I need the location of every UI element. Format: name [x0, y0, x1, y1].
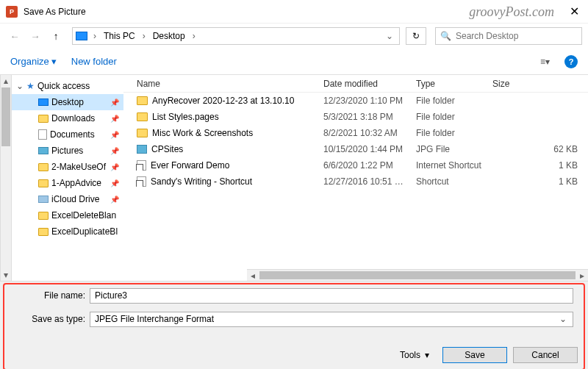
tree-item-label: Desktop [51, 97, 84, 107]
forward-button[interactable]: → [26, 27, 44, 45]
pin-icon: 📌 [110, 98, 119, 107]
save-as-type-select[interactable]: JPEG File Interchange Format ⌄ [90, 312, 573, 327]
tree-item-label: Pictures [51, 146, 83, 156]
folder-icon [137, 129, 148, 137]
chevron-right-icon: › [90, 31, 99, 41]
breadcrumb-folder[interactable]: Desktop [151, 31, 187, 41]
tree-item[interactable]: Desktop📌 [12, 94, 123, 110]
close-icon[interactable]: ✕ [570, 4, 579, 18]
new-folder-button[interactable]: New folder [71, 56, 117, 67]
file-modified: 8/2/2021 10:32 AM [323, 128, 416, 138]
pin-icon: 📌 [110, 196, 119, 204]
tree-item[interactable]: ExcelDeleteBlan [12, 207, 123, 223]
column-name[interactable]: Name [123, 79, 323, 89]
file-name: CPSites [151, 144, 183, 154]
tree-item[interactable]: Documents📌 [12, 126, 123, 143]
folder-icon [38, 179, 49, 187]
tree-item[interactable]: iCloud Drive📌 [12, 191, 123, 207]
monitor-icon [76, 32, 87, 40]
pin-icon: 📌 [110, 131, 119, 139]
tools-menu[interactable]: Tools▾ [400, 350, 429, 360]
save-as-type-value: JPEG File Interchange Format [95, 314, 214, 324]
chevron-down-icon: ⌄ [559, 314, 567, 324]
navigation-tree: ⌄★Quick accessDesktop📌Downloads📌Document… [12, 75, 123, 281]
pin-icon: 📌 [110, 115, 119, 123]
chevron-down-icon[interactable]: ⌄ [383, 31, 396, 41]
help-icon[interactable]: ? [564, 55, 578, 68]
address-bar[interactable]: › This PC › Desktop › ⌄ [72, 27, 400, 45]
tree-item[interactable]: ExcelDuplicateBl [12, 223, 123, 240]
shortcut-icon [137, 176, 146, 187]
tree-item-label: Quick access [37, 81, 90, 91]
file-modified: 12/27/2016 10:51 … [323, 176, 416, 187]
file-row[interactable]: Ever Forward Demo6/6/2020 1:22 PMInterne… [123, 157, 588, 173]
file-row[interactable]: Misc Work & Screenshots8/2/2021 10:32 AM… [123, 125, 588, 141]
tree-scrollbar[interactable]: ▴ ▾ [0, 75, 12, 281]
file-type: Shortcut [416, 176, 492, 187]
file-type: File folder [416, 128, 492, 138]
view-options-button[interactable]: ≡▾ [540, 57, 550, 67]
chevron-right-icon: › [140, 31, 148, 41]
file-type: File folder [416, 112, 492, 122]
file-name: Sandy's Writing - Shortcut [151, 176, 252, 187]
folder-icon [38, 212, 49, 220]
file-type: File folder [416, 96, 492, 106]
tree-item-label: 2-MakeUseOf [51, 162, 106, 172]
file-modified: 12/23/2020 1:10 PM [323, 96, 416, 106]
file-size: 1 KB [492, 176, 588, 187]
chevron-down-icon[interactable]: ⌄ [16, 81, 24, 91]
column-size[interactable]: Size [492, 79, 588, 89]
file-name-label: File name: [9, 290, 90, 301]
tree-item-label: 1-AppAdvice [51, 178, 101, 188]
file-modified: 5/3/2021 3:18 PM [323, 112, 416, 122]
powerpoint-icon: P [6, 6, 18, 18]
file-name: List Styles.pages [152, 112, 219, 122]
file-horizontal-scrollbar[interactable]: ◂▸ [247, 269, 588, 281]
tree-item[interactable]: 1-AppAdvice📌 [12, 175, 123, 191]
pin-icon: 📌 [110, 179, 119, 187]
chevron-down-icon: ▾ [51, 56, 57, 67]
pin-icon: 📌 [110, 147, 119, 155]
file-modified: 6/6/2020 1:22 PM [323, 160, 416, 171]
pin-icon: 📌 [110, 163, 119, 171]
back-button[interactable]: ← [6, 27, 24, 45]
search-box[interactable]: 🔍 [435, 27, 582, 45]
file-size: 1 KB [492, 160, 588, 171]
tree-item-label: Downloads [51, 113, 95, 123]
tree-item[interactable]: 2-MakeUseOf📌 [12, 159, 123, 175]
file-type: Internet Shortcut [416, 160, 492, 171]
chevron-down-icon: ▾ [425, 350, 429, 360]
column-modified[interactable]: Date modified [323, 79, 416, 89]
column-type[interactable]: Type [416, 79, 492, 89]
file-row[interactable]: AnyRecover 2020-12-23 at 13.10.1012/23/2… [123, 93, 588, 109]
file-name: Ever Forward Demo [151, 160, 229, 171]
tree-item[interactable]: ⌄★Quick access [12, 78, 123, 94]
file-modified: 10/15/2020 1:44 PM [323, 144, 416, 154]
tree-item-label: Documents [50, 129, 95, 140]
organize-menu[interactable]: Organize▾ [10, 56, 57, 67]
folder-icon [137, 96, 148, 105]
cancel-button[interactable]: Cancel [513, 347, 578, 363]
file-name-input[interactable] [90, 288, 573, 304]
save-button[interactable]: Save [442, 347, 507, 363]
star-icon: ★ [26, 81, 35, 91]
folder-icon [38, 163, 49, 171]
save-as-type-label: Save as type: [9, 314, 90, 324]
search-input[interactable] [456, 31, 577, 41]
up-button[interactable]: ↑ [47, 27, 65, 45]
breadcrumb-root[interactable]: This PC [102, 31, 137, 41]
search-icon: 🔍 [440, 31, 451, 41]
tree-item[interactable]: Pictures📌 [12, 143, 123, 159]
folder-icon [38, 228, 49, 236]
file-row[interactable]: Sandy's Writing - Shortcut12/27/2016 10:… [123, 173, 588, 190]
watermark-text: groovyPost.com [469, 4, 554, 20]
file-type: JPG File [416, 144, 492, 154]
tree-item-label: ExcelDeleteBlan [51, 210, 116, 221]
disk-icon [38, 196, 49, 203]
tree-item[interactable]: Downloads📌 [12, 110, 123, 126]
refresh-button[interactable]: ↻ [406, 27, 426, 45]
file-list-pane: Name Date modified Type Size AnyRecover … [123, 75, 588, 281]
file-row[interactable]: List Styles.pages5/3/2021 3:18 PMFile fo… [123, 109, 588, 125]
file-row[interactable]: CPSites10/15/2020 1:44 PMJPG File62 KB [123, 141, 588, 157]
file-name: Misc Work & Screenshots [152, 128, 253, 138]
